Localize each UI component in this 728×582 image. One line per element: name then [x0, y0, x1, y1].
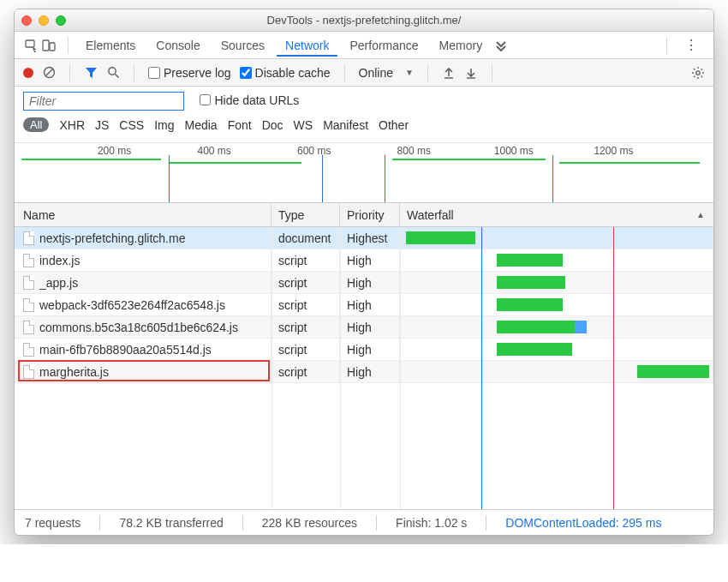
cell-priority: High	[340, 272, 400, 293]
preserve-log-checkbox[interactable]: Preserve log	[148, 66, 231, 80]
device-toolbar-icon[interactable]	[42, 39, 56, 52]
waterfall-bar	[637, 365, 709, 378]
download-har-icon[interactable]	[464, 66, 478, 80]
svg-rect-1	[43, 40, 49, 51]
clear-icon[interactable]	[42, 66, 56, 80]
preserve-log-input[interactable]	[148, 67, 160, 79]
request-row[interactable]: webpack-3df6523e264ff2ac6548.jsscriptHig…	[15, 294, 713, 316]
request-row[interactable]: main-6fb76b8890aa20a5514d.jsscriptHigh	[15, 339, 713, 361]
search-icon[interactable]	[106, 66, 120, 80]
column-priority[interactable]: Priority	[340, 203, 400, 226]
column-waterfall[interactable]: Waterfall ▲	[400, 203, 713, 226]
tab-network[interactable]: Network	[277, 34, 337, 57]
tab-console[interactable]: Console	[147, 34, 208, 57]
status-requests: 7 requests	[25, 516, 81, 530]
type-filter-img[interactable]: Img	[154, 118, 174, 132]
preserve-log-label: Preserve log	[164, 66, 231, 80]
window-title: DevTools - nextjs-prefetching.glitch.me/	[15, 14, 713, 27]
timeline-tick: 1000 ms	[494, 145, 534, 157]
type-filter-xhr[interactable]: XHR	[59, 118, 85, 132]
timeline-tick: 1200 ms	[594, 145, 633, 157]
cell-waterfall	[400, 272, 713, 293]
timeline-tick: 600 ms	[297, 145, 331, 157]
svg-point-9	[696, 70, 700, 74]
status-domcontentloaded[interactable]: DOMContentLoaded: 295 ms	[505, 516, 661, 530]
request-name: index.js	[39, 254, 80, 267]
separator	[492, 64, 492, 81]
request-row[interactable]: nextjs-prefetching.glitch.medocumentHigh…	[15, 227, 713, 249]
tab-memory[interactable]: Memory	[431, 34, 492, 57]
domcontentloaded-line	[481, 227, 482, 509]
type-filter-js[interactable]: JS	[95, 118, 109, 132]
separator	[69, 64, 70, 81]
type-filter-font[interactable]: Font	[228, 118, 252, 132]
type-filter-ws[interactable]: WS	[294, 118, 313, 132]
timeline-tick: 200 ms	[98, 145, 131, 157]
tab-elements[interactable]: Elements	[77, 34, 144, 57]
cell-type: script	[272, 339, 340, 360]
request-row[interactable]: commons.b5c3a18c605d1be6c624.jsscriptHig…	[15, 316, 713, 339]
titlebar: DevTools - nextjs-prefetching.glitch.me/	[15, 9, 713, 32]
cell-waterfall	[400, 339, 713, 360]
filter-input[interactable]	[23, 92, 184, 111]
cell-name: nextjs-prefetching.glitch.me	[15, 227, 272, 249]
throttle-value: Online	[359, 66, 393, 80]
separator	[134, 64, 134, 81]
type-filter-media[interactable]: Media	[185, 118, 218, 132]
waterfall-bar	[406, 231, 474, 244]
svg-rect-0	[26, 40, 34, 47]
requests-table-header: Name Type Priority Waterfall ▲	[15, 203, 713, 227]
type-filter-manifest[interactable]: Manifest	[323, 118, 368, 132]
cell-name: commons.b5c3a18c605d1be6c624.js	[15, 316, 272, 338]
type-filter-doc[interactable]: Doc	[262, 118, 283, 132]
cell-waterfall	[400, 361, 713, 382]
cell-name: webpack-3df6523e264ff2ac6548.js	[15, 294, 272, 315]
hide-data-urls-checkbox[interactable]: Hide data URLs	[200, 93, 299, 107]
separator	[68, 37, 69, 54]
type-filter-css[interactable]: CSS	[119, 118, 144, 132]
waterfall-bar	[497, 321, 575, 333]
cell-name: main-6fb76b8890aa20a5514d.js	[15, 339, 272, 360]
disable-cache-label: Disable cache	[255, 66, 331, 80]
file-icon	[23, 343, 34, 357]
cell-type: script	[272, 272, 340, 293]
timeline-overview[interactable]: 200 ms400 ms600 ms800 ms1000 ms1200 ms	[15, 143, 713, 203]
chevron-down-icon: ▼	[405, 68, 414, 77]
upload-har-icon[interactable]	[442, 66, 456, 80]
type-filter-all[interactable]: All	[23, 117, 49, 132]
file-icon	[23, 298, 34, 312]
timeline-tick: 800 ms	[397, 145, 431, 157]
cell-waterfall	[400, 294, 713, 315]
sort-indicator-icon: ▲	[696, 210, 705, 219]
hide-data-urls-input[interactable]	[200, 94, 211, 105]
request-row[interactable]: index.jsscriptHigh	[15, 249, 713, 272]
svg-point-5	[108, 68, 115, 75]
tab-sources[interactable]: Sources	[212, 34, 273, 57]
column-type[interactable]: Type	[272, 203, 340, 226]
record-button[interactable]	[23, 68, 33, 78]
request-row[interactable]: _app.jsscriptHigh	[15, 272, 713, 294]
cell-type: script	[272, 361, 340, 382]
request-name: _app.js	[39, 276, 78, 290]
settings-gear-icon[interactable]	[691, 66, 705, 80]
status-finish: Finish: 1.02 s	[396, 516, 467, 530]
svg-line-6	[115, 75, 118, 78]
column-name[interactable]: Name	[15, 203, 272, 226]
type-filter-other[interactable]: Other	[379, 118, 409, 132]
cell-priority: High	[340, 249, 400, 271]
waterfall-bar	[497, 276, 565, 289]
throttle-select[interactable]: Online ▼	[359, 66, 414, 80]
requests-table-body: nextjs-prefetching.glitch.medocumentHigh…	[15, 227, 713, 509]
filter-icon[interactable]	[84, 66, 98, 80]
svg-rect-2	[50, 43, 55, 51]
kebab-menu-icon[interactable]: ⋮	[676, 37, 707, 53]
more-tabs-chevron-icon[interactable]	[494, 39, 508, 52]
separator	[344, 64, 345, 81]
file-icon	[23, 254, 34, 267]
tab-performance[interactable]: Performance	[341, 34, 427, 57]
disable-cache-input[interactable]	[240, 67, 252, 79]
cell-waterfall	[400, 316, 713, 338]
inspect-element-icon[interactable]	[25, 39, 39, 52]
disable-cache-checkbox[interactable]: Disable cache	[240, 66, 331, 80]
file-icon	[23, 231, 34, 245]
